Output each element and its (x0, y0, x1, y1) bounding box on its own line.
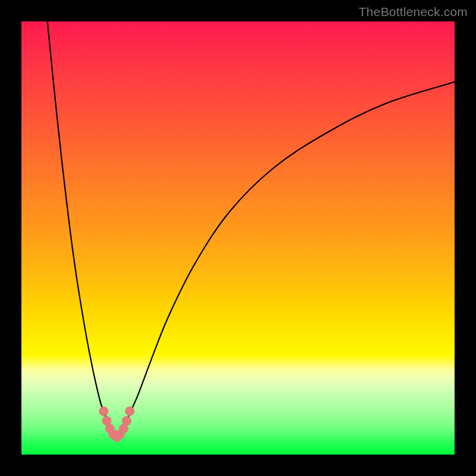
curve-layer (21, 21, 455, 455)
bottleneck-curve (48, 21, 455, 437)
highlight-markers (99, 406, 134, 442)
watermark-text: TheBottleneck.com (359, 5, 468, 19)
chart-frame: TheBottleneck.com (0, 0, 476, 476)
marker-dot (99, 406, 108, 416)
marker-dot (122, 416, 131, 425)
plot-area (21, 21, 455, 455)
marker-dot (125, 406, 134, 416)
